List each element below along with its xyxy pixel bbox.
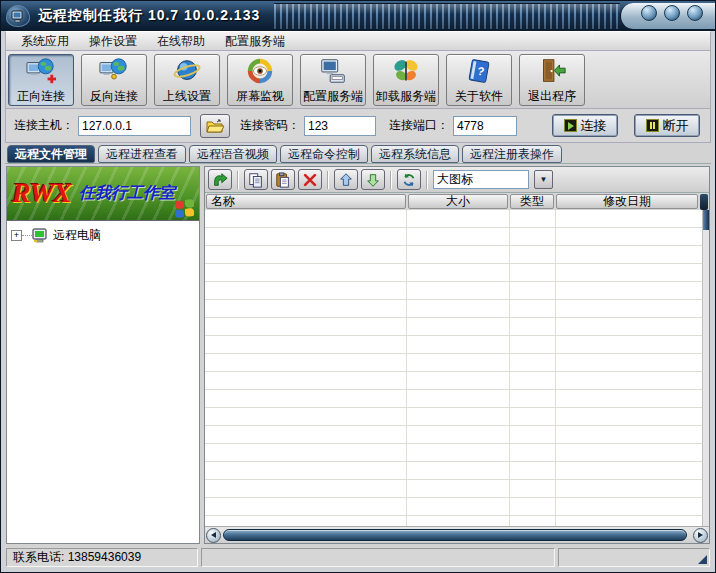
column-header-type[interactable]: 类型 bbox=[510, 194, 554, 209]
file-panel: 大图标 ▼ 名称 大小 类型 修改日期 bbox=[204, 166, 710, 544]
vertical-scrollbar-thumb[interactable] bbox=[703, 210, 709, 230]
toolbar-separator bbox=[327, 171, 329, 189]
upload-button[interactable] bbox=[334, 169, 358, 190]
scroll-right-button[interactable] bbox=[693, 528, 708, 543]
folder-up-button[interactable] bbox=[208, 169, 232, 190]
open-folder-icon bbox=[206, 119, 224, 133]
host-input[interactable] bbox=[78, 116, 191, 136]
toolbar-button-label: 退出程序 bbox=[528, 88, 576, 105]
menu-bar: 系统应用 操作设置 在线帮助 配置服务端 bbox=[5, 31, 711, 51]
menu-help[interactable]: 在线帮助 bbox=[148, 31, 214, 52]
tab-remote-file-manager[interactable]: 远程文件管理 bbox=[7, 145, 95, 163]
online-settings-button[interactable]: 上线设置 bbox=[154, 54, 220, 106]
scroll-left-button[interactable] bbox=[206, 528, 221, 543]
column-divider bbox=[406, 210, 407, 526]
forward-connect-button[interactable]: 正向连接 bbox=[8, 54, 74, 106]
disconnect-button-label: 断开 bbox=[663, 117, 689, 135]
tab-remote-audio-video[interactable]: 远程语音视频 bbox=[189, 145, 277, 163]
browse-host-button[interactable] bbox=[200, 114, 230, 138]
toolbar-button-label: 屏幕监视 bbox=[236, 88, 284, 105]
menu-config-server[interactable]: 配置服务端 bbox=[216, 31, 294, 52]
status-right-panel bbox=[558, 548, 710, 567]
toolbar-separator bbox=[390, 171, 392, 189]
reverse-connect-button[interactable]: 反向连接 bbox=[81, 54, 147, 106]
menu-operation[interactable]: 操作设置 bbox=[80, 31, 146, 52]
file-table-header: 名称 大小 类型 修改日期 bbox=[205, 193, 709, 210]
tab-remote-process-view[interactable]: 远程进程查看 bbox=[98, 145, 186, 163]
minimize-orb-icon[interactable] bbox=[641, 5, 657, 21]
rwx-logo: RWX bbox=[12, 177, 71, 209]
toolbar-button-label: 卸载服务端 bbox=[376, 88, 436, 105]
computer-printer-icon bbox=[318, 55, 348, 87]
tab-remote-registry[interactable]: 远程注册表操作 bbox=[462, 145, 562, 163]
delete-button[interactable] bbox=[298, 169, 322, 190]
globe-ring-icon bbox=[172, 55, 202, 87]
password-input[interactable] bbox=[304, 116, 376, 136]
close-orb-icon[interactable] bbox=[687, 5, 703, 21]
config-server-button[interactable]: 配置服务端 bbox=[300, 54, 366, 106]
file-table-body[interactable] bbox=[205, 210, 702, 526]
copy-button[interactable] bbox=[244, 169, 268, 190]
window-title: 远程控制任我行 10.7 10.0.2.133 bbox=[38, 7, 260, 25]
function-tabs: 远程文件管理 远程进程查看 远程语音视频 远程命令控制 远程系统信息 远程注册表… bbox=[5, 143, 711, 164]
uninstall-server-button[interactable]: 卸载服务端 bbox=[373, 54, 439, 106]
view-mode-value: 大图标 bbox=[437, 171, 473, 188]
refresh-button[interactable] bbox=[397, 169, 421, 190]
view-mode-select[interactable]: 大图标 bbox=[433, 170, 529, 189]
view-mode-dropdown-button[interactable]: ▼ bbox=[534, 170, 553, 189]
back-arrow-icon bbox=[212, 172, 228, 188]
tab-remote-command-control[interactable]: 远程命令控制 bbox=[280, 145, 368, 163]
port-label: 连接端口： bbox=[389, 117, 449, 134]
computer-globe-icon bbox=[99, 55, 129, 87]
caption-buttons bbox=[620, 3, 715, 29]
column-divider bbox=[555, 210, 556, 526]
port-input[interactable] bbox=[453, 116, 517, 136]
maximize-orb-icon[interactable] bbox=[664, 5, 680, 21]
header-corner bbox=[700, 194, 708, 210]
download-arrow-icon bbox=[365, 172, 381, 188]
chevron-down-icon: ▼ bbox=[540, 175, 548, 184]
tree-expander-plus-icon[interactable]: + bbox=[11, 230, 22, 241]
horizontal-scrollbar-thumb[interactable] bbox=[223, 529, 687, 541]
resize-grip-icon[interactable] bbox=[698, 555, 707, 564]
arrow-right-icon bbox=[698, 532, 703, 538]
titlebar-stripes bbox=[274, 3, 620, 29]
tab-remote-system-info[interactable]: 远程系统信息 bbox=[371, 145, 459, 163]
screen-monitor-button[interactable]: 屏幕监视 bbox=[227, 54, 293, 106]
host-label: 连接主机： bbox=[14, 117, 74, 134]
vertical-scrollbar[interactable] bbox=[702, 210, 709, 526]
toolbar-button-label: 上线设置 bbox=[163, 88, 211, 105]
download-button[interactable] bbox=[361, 169, 385, 190]
column-header-modified[interactable]: 修改日期 bbox=[556, 194, 698, 209]
column-header-size[interactable]: 大小 bbox=[408, 194, 508, 209]
play-icon bbox=[564, 119, 577, 132]
exit-door-icon bbox=[537, 55, 567, 87]
window-body: 系统应用 操作设置 在线帮助 配置服务端 正向连接 bbox=[1, 31, 715, 572]
main-area: RWX 任我行工作室 + bbox=[5, 164, 711, 546]
toolbar-button-label: 关于软件 bbox=[455, 88, 503, 105]
column-header-name[interactable]: 名称 bbox=[206, 194, 406, 209]
toolbar-separator bbox=[237, 171, 239, 189]
connect-button-label: 连接 bbox=[581, 117, 607, 135]
app-computer-icon bbox=[6, 5, 30, 27]
windows-logo-icon bbox=[175, 199, 195, 220]
status-contact-panel: 联系电话: 13859436039 bbox=[6, 548, 198, 567]
computer-globe-plus-icon bbox=[26, 55, 56, 87]
remote-computer-icon bbox=[32, 228, 49, 243]
studio-banner: RWX 任我行工作室 bbox=[7, 167, 199, 221]
upload-arrow-icon bbox=[338, 172, 354, 188]
about-software-button[interactable]: ? 关于软件 bbox=[446, 54, 512, 106]
horizontal-scrollbar[interactable] bbox=[205, 526, 709, 543]
menu-system[interactable]: 系统应用 bbox=[12, 31, 78, 52]
exit-program-button[interactable]: 退出程序 bbox=[519, 54, 585, 106]
tree-item-label: 远程电脑 bbox=[53, 227, 101, 244]
question-book-icon: ? bbox=[464, 55, 494, 87]
tree-item-remote-computer[interactable]: + 远程电脑 bbox=[11, 227, 195, 244]
contact-phone-text: 联系电话: 13859436039 bbox=[13, 549, 141, 566]
disconnect-button[interactable]: 断开 bbox=[634, 114, 700, 137]
computer-tree[interactable]: + 远程电脑 bbox=[7, 221, 199, 543]
app-window: 远程控制任我行 10.7 10.0.2.133 系统应用 操作设置 在线帮助 配… bbox=[0, 0, 716, 573]
connect-button[interactable]: 连接 bbox=[552, 114, 618, 137]
paste-button[interactable] bbox=[271, 169, 295, 190]
title-bar: 远程控制任我行 10.7 10.0.2.133 bbox=[1, 1, 715, 31]
